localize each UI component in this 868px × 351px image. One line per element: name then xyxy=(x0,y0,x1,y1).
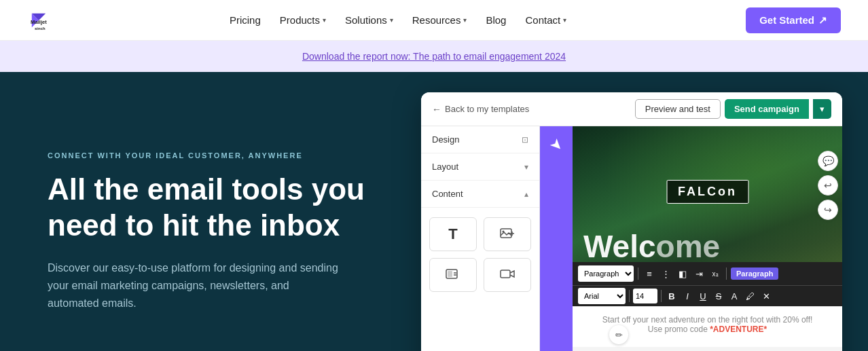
back-to-templates-button[interactable]: ← Back to my templates xyxy=(432,104,529,115)
toolbar-divider3 xyxy=(629,290,630,302)
font-family-select[interactable]: Arial xyxy=(578,288,626,304)
hero-subtext: Discover our easy-to-use platform for de… xyxy=(48,259,340,312)
nav-blog[interactable]: Blog xyxy=(479,10,513,30)
canvas-right-icons: 💬 ↩ ↪ xyxy=(814,147,842,224)
editor-sidebar: Design ⊡ Layout ▾ Content ▴ T xyxy=(421,126,540,351)
font-size-input[interactable] xyxy=(633,289,657,303)
undo-icon-button[interactable]: ↩ xyxy=(818,175,838,196)
text-tool[interactable]: T xyxy=(429,217,477,251)
preview-test-button[interactable]: Preview and test xyxy=(635,99,721,119)
hero-eyebrow: CONNECT WITH YOUR IDEAL CUSTOMER, ANYWHE… xyxy=(48,151,374,160)
nav-pricing[interactable]: Pricing xyxy=(223,10,268,30)
chevron-up-icon: ▴ xyxy=(524,189,528,199)
welcome-text: Welcome xyxy=(573,231,842,262)
toolbar-divider4 xyxy=(661,290,662,302)
chevron-down-icon: ▾ xyxy=(563,16,566,24)
hero-left: CONNECT WITH YOUR IDEAL CUSTOMER, ANYWHE… xyxy=(0,72,408,351)
announcement-link[interactable]: Download the report now: The path to ema… xyxy=(302,51,566,62)
sidebar-design-item[interactable]: Design ⊡ xyxy=(421,126,539,153)
back-arrow-icon: ← xyxy=(432,104,441,115)
external-link-icon: ↗ xyxy=(818,14,827,26)
nav-links: Pricing Products ▾ Solutions ▾ Resources… xyxy=(223,10,573,30)
editor-canvas: ➤ FALCon Welcome xyxy=(540,126,842,351)
hero-headline: All the email tools you need to hit the … xyxy=(48,172,374,244)
paragraph-badge: Paragraph xyxy=(731,267,778,280)
italic-button[interactable]: I xyxy=(681,290,694,303)
send-campaign-button[interactable]: Send campaign xyxy=(725,99,809,119)
promo-line1: Start off your next adventure on the rig… xyxy=(583,315,831,325)
email-preview-area: FALCon Welcome Paragraph xyxy=(573,126,842,347)
announcement-banner: Download the report now: The path to ema… xyxy=(0,41,868,72)
strikethrough-button[interactable]: S xyxy=(712,290,725,303)
nav-solutions[interactable]: Solutions ▾ xyxy=(338,10,400,30)
email-header-image: FALCon Welcome xyxy=(573,126,842,262)
logo-icon: sinch Mailjet xyxy=(27,9,50,32)
chevron-down-icon: ▾ xyxy=(463,16,467,24)
nav-products[interactable]: Products ▾ xyxy=(273,10,333,30)
sidebar-tools: T xyxy=(421,208,539,301)
svg-rect-10 xyxy=(448,271,452,277)
text-toolbar-row2: Arial B I U S A 🖊 ✕ xyxy=(573,285,842,306)
svg-text:sinch: sinch xyxy=(35,26,46,31)
chevron-down-icon: ▾ xyxy=(524,162,528,172)
chevron-down-icon: ▾ xyxy=(323,16,326,24)
clear-format-button[interactable]: ✕ xyxy=(759,290,773,303)
toolbar-divider xyxy=(638,267,638,280)
svg-rect-13 xyxy=(501,270,510,278)
bold-button[interactable]: B xyxy=(665,290,679,303)
chevron-down-icon: ▾ xyxy=(390,16,393,24)
ordered-list-button[interactable]: ⋮ xyxy=(659,267,673,280)
toolbar-divider2 xyxy=(726,267,727,280)
editor-topbar: ← Back to my templates Preview and test … xyxy=(421,92,842,126)
comment-icon-button[interactable]: 💬 xyxy=(818,151,838,171)
pencil-edit-button[interactable]: ✏ xyxy=(609,325,628,344)
nav-resources[interactable]: Resources ▾ xyxy=(405,10,474,30)
indent-button[interactable]: ⇥ xyxy=(692,267,706,280)
image-block-tool[interactable] xyxy=(429,258,477,292)
canvas-toolbar-left: ➤ xyxy=(540,126,573,351)
image-tool[interactable] xyxy=(484,217,531,251)
collapse-icon: ⊡ xyxy=(522,135,528,145)
highlight-button[interactable]: 🖊 xyxy=(743,290,757,303)
paragraph-type-select[interactable]: Paragraph xyxy=(578,265,634,282)
font-color-button[interactable]: A xyxy=(727,290,741,303)
unordered-list-button[interactable]: ≡ xyxy=(643,267,656,280)
send-icon: ➤ xyxy=(545,134,566,155)
email-body-area: ✏ Start off your next adventure on the r… xyxy=(573,306,842,347)
nav-contact[interactable]: Contact ▾ xyxy=(518,10,573,30)
navbar: sinch Mailjet Pricing Products ▾ Solutio… xyxy=(0,0,868,41)
sidebar-layout-item[interactable]: Layout ▾ xyxy=(421,153,539,181)
hero-section: CONNECT WITH YOUR IDEAL CUSTOMER, ANYWHE… xyxy=(0,72,868,351)
editor-top-actions: Preview and test Send campaign ▾ xyxy=(635,99,831,119)
editor-mockup: ← Back to my templates Preview and test … xyxy=(421,92,842,351)
underline-button[interactable]: U xyxy=(696,290,710,303)
video-tool[interactable] xyxy=(484,258,531,292)
hero-right: ← Back to my templates Preview and test … xyxy=(408,72,868,351)
editor-body: Design ⊡ Layout ▾ Content ▴ T xyxy=(421,126,842,351)
get-started-button[interactable]: Get Started ↗ xyxy=(746,7,841,33)
svg-text:Mailjet: Mailjet xyxy=(31,19,47,25)
sidebar-content-item[interactable]: Content ▴ xyxy=(421,181,539,208)
brand-logo[interactable]: sinch Mailjet xyxy=(27,9,50,32)
falcon-brand-badge: FALCon xyxy=(666,180,748,204)
subscript-button[interactable]: x₂ xyxy=(708,269,722,279)
align-left-button[interactable]: ◧ xyxy=(676,267,689,280)
redo-icon-button[interactable]: ↪ xyxy=(818,200,838,220)
promo-code: *ADVENTURE* xyxy=(710,325,767,334)
send-campaign-dropdown-button[interactable]: ▾ xyxy=(813,99,831,119)
text-toolbar-row1: Paragraph ≡ ⋮ ◧ ⇥ x₂ Paragraph xyxy=(573,262,842,285)
